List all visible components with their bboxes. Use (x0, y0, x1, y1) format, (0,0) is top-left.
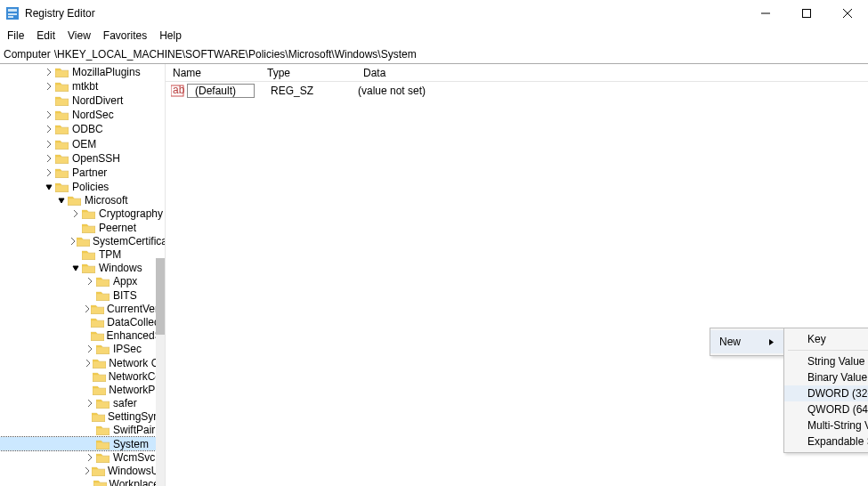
tree-node[interactable]: NordDivert (0, 93, 165, 107)
folder-icon (96, 289, 110, 302)
tree-node[interactable]: System (0, 437, 165, 450)
tree-node[interactable]: IPSec (0, 343, 165, 356)
tree-node[interactable]: WorkplaceJ (0, 478, 165, 486)
tree-node[interactable]: EnhancedSt (0, 329, 165, 343)
tree-node[interactable]: ODBC (0, 123, 165, 136)
caret-right-icon[interactable] (43, 83, 55, 90)
folder-icon (55, 138, 69, 150)
folder-icon (55, 109, 69, 121)
folder-icon (91, 303, 104, 315)
tree-node[interactable]: TPM (0, 247, 165, 261)
tree-node-label: NordSec (72, 109, 114, 121)
app-icon (5, 6, 20, 20)
caret-down-icon[interactable] (43, 183, 55, 190)
tree-node-label: Microsoft (85, 194, 128, 207)
tree-node[interactable]: OpenSSH (0, 151, 165, 165)
col-data[interactable]: Data (356, 67, 868, 79)
submenu-binary[interactable]: Binary Value (784, 369, 868, 385)
caret-right-icon[interactable] (84, 278, 96, 285)
caret-right-icon[interactable] (43, 141, 55, 148)
submenu-qword[interactable]: QWORD (64-bit) Value (784, 401, 868, 417)
tree-node[interactable]: Microsoft (0, 194, 165, 207)
minimize-button[interactable] (745, 0, 786, 27)
tree-node[interactable]: NordSec (0, 109, 165, 122)
folder-icon (77, 235, 90, 247)
submenu-multi[interactable]: Multi-String Value (784, 417, 868, 433)
window-title: Registry Editor (25, 7, 745, 20)
submenu-dword[interactable]: DWORD (32-bit) Value (784, 385, 868, 401)
menu-file[interactable]: File (7, 29, 24, 42)
tree-scrollbar[interactable] (156, 258, 165, 486)
tree-pane: MozillaPluginsmtkbtNordDivertNordSecODBC… (0, 64, 166, 486)
tree-node-label: Windows (99, 262, 142, 274)
tree-node[interactable]: Policies (0, 181, 165, 194)
submenu-expand[interactable]: Expandable String Value (784, 433, 868, 450)
tree-node[interactable]: safer (0, 397, 165, 410)
svg-rect-6 (803, 10, 811, 18)
tree-node[interactable]: SettingSync (0, 410, 165, 424)
tree-node[interactable]: NetworkPro (0, 383, 165, 396)
caret-down-icon[interactable] (55, 197, 68, 204)
value-name[interactable]: (Default) (187, 84, 255, 98)
tree-node-label: OEM (72, 138, 96, 150)
folder-icon (96, 397, 110, 409)
svg-rect-5 (8, 16, 13, 18)
folder-icon (93, 370, 106, 383)
folder-icon (55, 152, 69, 165)
menu-view[interactable]: View (68, 29, 91, 42)
tree-node[interactable]: mtkbt (0, 79, 165, 93)
value-data: (value not set) (351, 85, 426, 97)
caret-right-icon[interactable] (69, 238, 77, 245)
address-label: Computer (4, 48, 51, 61)
caret-right-icon[interactable] (69, 210, 82, 217)
caret-down-icon[interactable] (69, 264, 82, 271)
maximize-button[interactable] (786, 0, 827, 27)
caret-right-icon[interactable] (43, 155, 55, 162)
caret-right-icon[interactable] (43, 126, 55, 133)
context-menu-new[interactable]: New (710, 330, 783, 353)
tree-node[interactable]: OEM (0, 137, 165, 150)
svg-rect-3 (8, 9, 17, 12)
tree-node-label: Appx (113, 275, 137, 288)
tree-node-label: Cryptography (99, 207, 163, 220)
caret-right-icon[interactable] (84, 305, 91, 312)
caret-right-icon[interactable] (43, 69, 55, 76)
caret-right-icon[interactable] (84, 345, 96, 352)
tree-node[interactable]: Network Co (0, 356, 165, 369)
tree-node[interactable]: Cryptography (0, 207, 165, 221)
caret-right-icon[interactable] (43, 169, 55, 176)
menu-favorites[interactable]: Favorites (103, 29, 147, 42)
tree-node[interactable]: NetworkCor (0, 369, 165, 383)
tree-node[interactable]: MozillaPlugins (0, 65, 165, 78)
tree-node[interactable]: DataCollecti (0, 315, 165, 328)
tree-node[interactable]: Windows (0, 262, 165, 275)
tree-node-label: mtkbt (72, 80, 98, 93)
string-value-icon (171, 85, 185, 97)
col-type[interactable]: Type (260, 67, 356, 79)
caret-right-icon[interactable] (84, 454, 96, 461)
tree-node[interactable]: CurrentVersi (0, 302, 165, 315)
tree-scrollbar-thumb[interactable] (156, 258, 165, 335)
caret-right-icon[interactable] (84, 400, 96, 407)
tree-node[interactable]: Partner (0, 166, 165, 179)
folder-icon (55, 80, 69, 93)
tree-node-label: NordDivert (72, 94, 123, 107)
folder-icon (55, 123, 69, 135)
value-type: REG_SZ (255, 85, 351, 97)
submenu-key[interactable]: Key (784, 331, 868, 347)
tree-node[interactable]: Peernet (0, 221, 165, 234)
tree-node[interactable]: WcmSvc (0, 450, 165, 464)
close-button[interactable] (827, 0, 868, 27)
caret-right-icon[interactable] (43, 111, 55, 118)
tree-node[interactable]: SystemCertifica (0, 234, 165, 247)
caret-right-icon[interactable] (84, 467, 92, 474)
tree-node[interactable]: Appx (0, 275, 165, 288)
tree-node[interactable]: BITS (0, 288, 165, 302)
submenu-string[interactable]: String Value (784, 353, 868, 369)
folder-icon (68, 194, 82, 207)
caret-right-icon[interactable] (84, 360, 93, 367)
tree-node[interactable]: WindowsUp (0, 464, 165, 477)
value-row[interactable]: (Default) REG_SZ (value not set) (166, 82, 868, 98)
menu-edit[interactable]: Edit (37, 29, 55, 42)
tree-node[interactable]: SwiftPair (0, 424, 165, 437)
